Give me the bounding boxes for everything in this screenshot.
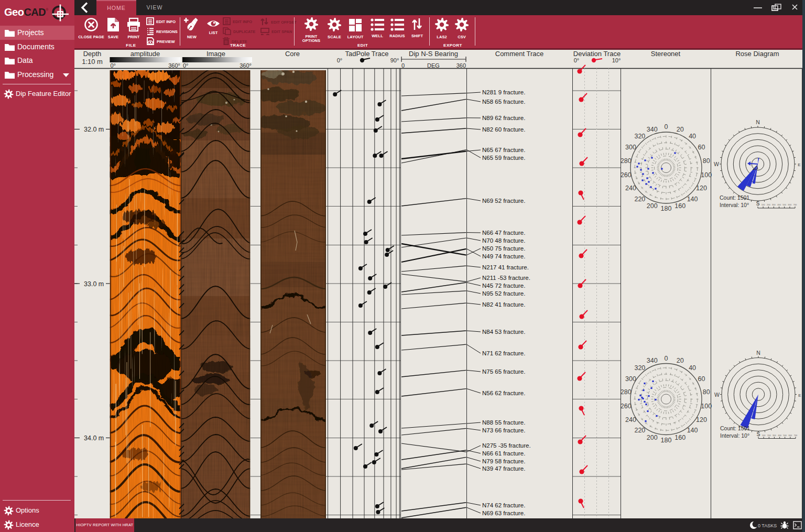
svg-text:80: 80 <box>703 388 710 396</box>
svg-text:N69 63 fracture.: N69 63 fracture. <box>482 510 525 516</box>
svg-text:N75 65 fracture.: N75 65 fracture. <box>482 368 525 375</box>
svg-text:0: 0 <box>401 62 405 69</box>
svg-text:Core: Core <box>285 50 300 58</box>
svg-text:360°: 360° <box>168 62 180 69</box>
svg-text:360: 360 <box>456 62 466 69</box>
svg-text:120: 120 <box>696 184 707 192</box>
svg-text:DEG: DEG <box>427 62 440 69</box>
svg-text:34.0 m: 34.0 m <box>84 435 104 442</box>
svg-text:N65 67 fracture.: N65 67 fracture. <box>482 147 525 153</box>
svg-text:N: N <box>756 350 760 356</box>
svg-text:300: 300 <box>772 203 776 206</box>
svg-text:0°: 0° <box>111 62 116 69</box>
svg-text:N88 55 fracture.: N88 55 fracture. <box>482 419 525 426</box>
svg-text:N66 61 fracture.: N66 61 fracture. <box>482 450 525 457</box>
svg-text:90°: 90° <box>390 57 399 63</box>
svg-text:400: 400 <box>777 203 781 206</box>
svg-text:240: 240 <box>625 416 636 424</box>
svg-text:600: 600 <box>789 434 792 437</box>
svg-text:200: 200 <box>767 203 770 206</box>
svg-text:N45 72 fracture.: N45 72 fracture. <box>482 283 525 289</box>
svg-text:N73 66 fracture.: N73 66 fracture. <box>482 427 525 433</box>
svg-text:20: 20 <box>677 126 684 133</box>
svg-text:Count: 1501: Count: 1501 <box>720 425 750 431</box>
svg-text:0°: 0° <box>183 62 189 69</box>
svg-text:300: 300 <box>625 375 636 383</box>
svg-text:N82 60 fracture.: N82 60 fracture. <box>482 126 525 133</box>
svg-text:300: 300 <box>773 434 776 437</box>
svg-text:N69 52 fracture.: N69 52 fracture. <box>482 198 525 204</box>
svg-text:1:10 m: 1:10 m <box>82 58 103 66</box>
svg-text:140: 140 <box>687 427 698 434</box>
svg-text:700: 700 <box>794 434 798 437</box>
svg-text:100: 100 <box>762 203 765 206</box>
svg-text:260: 260 <box>621 171 632 179</box>
svg-text:60: 60 <box>698 375 705 383</box>
svg-text:220: 220 <box>634 196 645 203</box>
svg-text:100: 100 <box>701 403 712 410</box>
svg-text:180: 180 <box>661 437 672 444</box>
svg-text:0°: 0° <box>574 57 580 63</box>
svg-text:0: 0 <box>665 123 668 131</box>
svg-text:60: 60 <box>698 144 705 151</box>
svg-text:100: 100 <box>762 434 766 437</box>
svg-text:N95 52 fracture.: N95 52 fracture. <box>482 290 525 297</box>
svg-text:300: 300 <box>625 144 636 151</box>
svg-text:Comment Trace: Comment Trace <box>495 50 543 58</box>
svg-text:10°: 10° <box>612 57 621 63</box>
svg-text:Rose Diagram: Rose Diagram <box>735 50 779 58</box>
svg-text:700: 700 <box>793 203 797 206</box>
svg-text:40: 40 <box>689 133 696 140</box>
svg-text:W: W <box>714 392 720 398</box>
svg-text:200: 200 <box>647 434 658 441</box>
svg-text:140: 140 <box>687 196 698 203</box>
svg-text:N70 48 fracture.: N70 48 fracture. <box>482 237 525 244</box>
svg-text:160: 160 <box>675 202 686 210</box>
svg-text:200: 200 <box>767 434 771 437</box>
svg-text:N71 62 fracture.: N71 62 fracture. <box>482 350 525 356</box>
svg-text:N: N <box>756 119 760 125</box>
svg-text:120: 120 <box>696 416 707 424</box>
svg-text:260: 260 <box>621 403 632 410</box>
svg-text:340: 340 <box>647 126 658 133</box>
svg-text:0 TASKS: 0 TASKS <box>758 523 777 528</box>
svg-text:340: 340 <box>647 357 658 364</box>
svg-text:320: 320 <box>634 133 645 140</box>
svg-text:N58 65 fracture.: N58 65 fracture. <box>482 99 525 105</box>
svg-text:E: E <box>798 162 800 167</box>
svg-text:Depth: Depth <box>83 50 102 58</box>
svg-text:400: 400 <box>778 434 781 437</box>
svg-text:220: 220 <box>634 427 645 434</box>
svg-text:200: 200 <box>647 202 658 210</box>
svg-text:N74 62 fracture.: N74 62 fracture. <box>482 502 525 508</box>
svg-text:0°: 0° <box>337 57 343 63</box>
svg-text:TadPole Trace: TadPole Trace <box>345 50 388 58</box>
svg-text:W: W <box>714 161 719 167</box>
svg-text:280: 280 <box>621 388 632 396</box>
svg-text:80: 80 <box>703 157 710 165</box>
svg-text:Dip N-S Bearing: Dip N-S Bearing <box>409 50 458 58</box>
svg-text:N79 58 fracture.: N79 58 fracture. <box>482 458 525 464</box>
svg-text:32.0 m: 32.0 m <box>84 126 104 133</box>
svg-text:40: 40 <box>689 364 696 372</box>
svg-text:320: 320 <box>634 364 645 372</box>
svg-text:N66 47 fracture.: N66 47 fracture. <box>482 230 525 236</box>
svg-text:240: 240 <box>625 184 636 192</box>
svg-text:N84 53 fracture.: N84 53 fracture. <box>482 329 525 335</box>
svg-text:360°: 360° <box>240 62 252 69</box>
svg-text:Deviation Trace: Deviation Trace <box>573 50 621 58</box>
svg-text:N82 41 fracture.: N82 41 fracture. <box>482 301 525 308</box>
svg-text:N56 62 fracture.: N56 62 fracture. <box>482 390 525 396</box>
svg-text:160: 160 <box>675 434 686 441</box>
svg-text:500: 500 <box>782 203 786 206</box>
svg-text:280: 280 <box>621 157 632 165</box>
svg-text:N65 59 fracture.: N65 59 fracture. <box>482 155 525 161</box>
svg-text:Image: Image <box>206 50 225 58</box>
svg-text:N89 62 fracture.: N89 62 fracture. <box>482 115 525 121</box>
svg-text:N49 74 fracture.: N49 74 fracture. <box>482 253 525 259</box>
svg-text:Stereonet: Stereonet <box>651 50 681 58</box>
svg-text:600: 600 <box>788 203 792 206</box>
svg-text:N50 75 fracture.: N50 75 fracture. <box>482 245 525 252</box>
svg-text:amplitude: amplitude <box>130 50 160 58</box>
svg-text:N211 -53 fracture.: N211 -53 fracture. <box>482 275 530 281</box>
